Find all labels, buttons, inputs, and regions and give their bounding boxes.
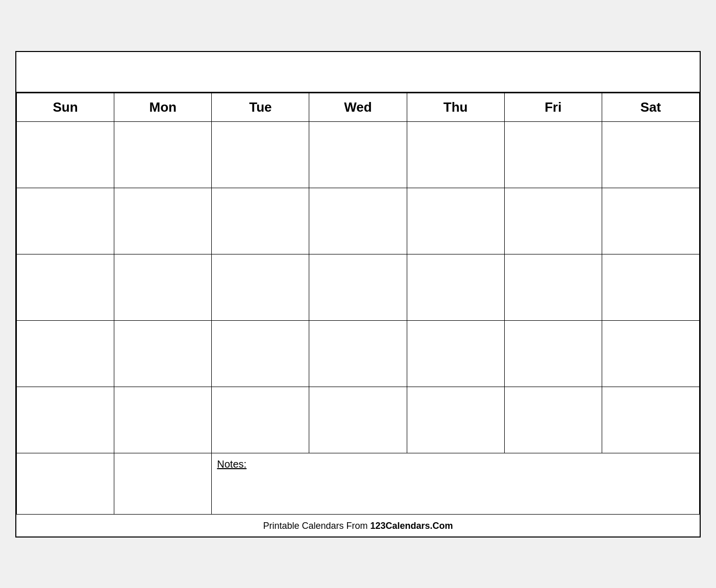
cell-r4-fri xyxy=(504,320,602,387)
cell-r2-sun xyxy=(17,188,114,254)
cell-r2-fri xyxy=(504,188,602,254)
notes-cell-sun xyxy=(17,453,114,514)
cell-r3-wed xyxy=(309,254,407,320)
cell-r5-wed xyxy=(309,387,407,453)
header-sun: Sun xyxy=(17,93,114,121)
cell-r1-fri xyxy=(504,121,602,188)
cell-r4-thu xyxy=(407,320,504,387)
footer-text-bold: 123Calendars.Com xyxy=(371,521,453,531)
header-mon: Mon xyxy=(114,93,212,121)
cell-r3-sat xyxy=(602,254,699,320)
notes-cell-content: Notes: xyxy=(212,453,700,514)
calendar-row-4 xyxy=(17,320,700,387)
calendar-row-3 xyxy=(17,254,700,320)
cell-r2-sat xyxy=(602,188,699,254)
cell-r1-wed xyxy=(309,121,407,188)
cell-r5-tue xyxy=(212,387,309,453)
header-tue: Tue xyxy=(212,93,309,121)
cell-r2-wed xyxy=(309,188,407,254)
cell-r1-sun xyxy=(17,121,114,188)
day-header-row: Sun Mon Tue Wed Thu Fri Sat xyxy=(17,93,700,121)
notes-cell-mon xyxy=(114,453,212,514)
calendar-row-5 xyxy=(17,387,700,453)
cell-r5-sat xyxy=(602,387,699,453)
notes-label: Notes: xyxy=(217,458,246,470)
cell-r4-mon xyxy=(114,320,212,387)
header-thu: Thu xyxy=(407,93,504,121)
calendar-title-row xyxy=(16,52,700,93)
calendar-table: Sun Mon Tue Wed Thu Fri Sat xyxy=(16,93,700,515)
cell-r3-fri xyxy=(504,254,602,320)
header-wed: Wed xyxy=(309,93,407,121)
calendar-page: Sun Mon Tue Wed Thu Fri Sat xyxy=(15,51,701,538)
cell-r5-mon xyxy=(114,387,212,453)
cell-r3-tue xyxy=(212,254,309,320)
notes-row: Notes: xyxy=(17,453,700,514)
cell-r5-fri xyxy=(504,387,602,453)
footer: Printable Calendars From 123Calendars.Co… xyxy=(16,515,700,536)
cell-r4-sat xyxy=(602,320,699,387)
cell-r1-tue xyxy=(212,121,309,188)
header-sat: Sat xyxy=(602,93,699,121)
calendar-row-1 xyxy=(17,121,700,188)
cell-r3-mon xyxy=(114,254,212,320)
calendar-row-2 xyxy=(17,188,700,254)
cell-r5-sun xyxy=(17,387,114,453)
cell-r1-thu xyxy=(407,121,504,188)
cell-r3-thu xyxy=(407,254,504,320)
cell-r2-mon xyxy=(114,188,212,254)
cell-r4-tue xyxy=(212,320,309,387)
cell-r3-sun xyxy=(17,254,114,320)
cell-r2-tue xyxy=(212,188,309,254)
cell-r2-thu xyxy=(407,188,504,254)
header-fri: Fri xyxy=(504,93,602,121)
cell-r4-sun xyxy=(17,320,114,387)
cell-r1-mon xyxy=(114,121,212,188)
cell-r5-thu xyxy=(407,387,504,453)
footer-text-normal: Printable Calendars From xyxy=(263,521,370,531)
cell-r4-wed xyxy=(309,320,407,387)
cell-r1-sat xyxy=(602,121,699,188)
